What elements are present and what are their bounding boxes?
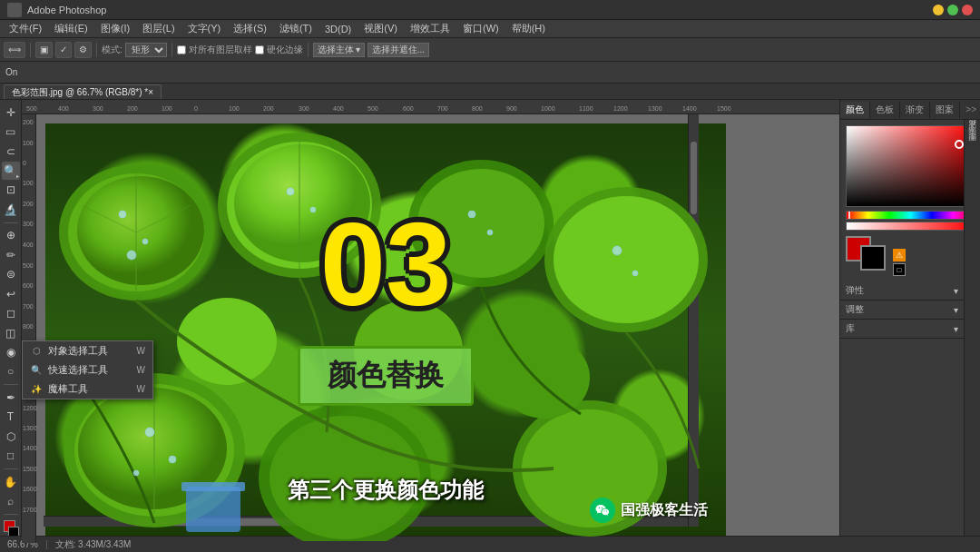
gamut-warning[interactable]: ⚠ xyxy=(893,249,906,261)
magic-wand-label: 魔棒工具 xyxy=(48,382,132,396)
quick-select-menu-item[interactable]: 🔍 快速选择工具 W xyxy=(23,360,152,380)
maximize-button[interactable] xyxy=(947,5,958,15)
sample-all-layers-checkbox[interactable] xyxy=(177,45,186,54)
ruler-vmark: 1400 xyxy=(23,445,37,451)
harden-edge-checkbox[interactable] xyxy=(255,45,264,54)
panel-tabs: 颜色 色板 渐变 图案 >> xyxy=(840,100,980,120)
shape-tool-btn[interactable]: □ xyxy=(2,447,20,464)
svg-point-31 xyxy=(169,456,176,463)
hand-tool-btn[interactable]: ✋ xyxy=(2,473,20,490)
menu-item-s[interactable]: 选择(S) xyxy=(228,21,272,36)
title-bar-controls[interactable] xyxy=(933,5,973,15)
zoom-tool-btn[interactable]: ⌕ xyxy=(2,492,20,509)
svg-point-34 xyxy=(487,230,493,235)
menu-item-y[interactable]: 文字(Y) xyxy=(182,21,227,36)
web-safe-warning[interactable]: □ xyxy=(893,263,906,276)
ruler-mark: 1500 xyxy=(717,105,731,112)
toolbar-sep4 xyxy=(308,43,309,57)
mode-select[interactable]: 矩形 xyxy=(125,43,167,57)
minimize-button[interactable] xyxy=(933,5,944,15)
crop-tool-btn[interactable]: ⊡ xyxy=(2,182,20,199)
ruler-vmark: 1500 xyxy=(23,466,37,472)
healing-tool-btn[interactable]: ⊕ xyxy=(2,227,20,244)
menu-item-[interactable]: 增效工具 xyxy=(405,21,456,36)
toolbar-arrange-btn[interactable]: ▣ xyxy=(35,42,53,58)
ruler-vmark: 800 xyxy=(23,323,34,330)
dodge-tool-btn[interactable]: ○ xyxy=(2,363,20,380)
gradients-tab[interactable]: 渐变 xyxy=(900,102,930,118)
quick-select-label: 快速选择工具 xyxy=(48,363,132,377)
marquee-tool-btn[interactable]: ▭ xyxy=(2,123,20,140)
menu-item-e[interactable]: 编辑(E) xyxy=(49,21,93,36)
hue-slider[interactable] xyxy=(846,211,964,220)
swatches-tab[interactable]: 色板 xyxy=(870,102,900,118)
elasticity-section-title[interactable]: 弹性 ▾ xyxy=(846,284,958,297)
clone-tool-btn[interactable]: ⊜ xyxy=(2,265,20,282)
object-select-key: W xyxy=(137,346,145,356)
color-tab[interactable]: 颜色 xyxy=(840,102,870,118)
ruler-mark: 100 xyxy=(162,105,172,112)
gradients-icon[interactable]: 渐变 xyxy=(965,138,980,142)
patterns-tab[interactable]: 图案 xyxy=(930,102,960,118)
sample-all-layers-label: 对所有图层取样 xyxy=(189,44,252,56)
eyedropper-tool-btn[interactable]: 🔬 xyxy=(2,201,20,218)
magic-wand-menu-item[interactable]: ✨ 魔棒工具 W xyxy=(23,380,152,399)
left-toolbox: ✛ ▭ ⊂ 🔍 ▸ ⊡ 🔬 ⊕ ✏ ⊜ ↩ ◻ ◫ ◉ ○ ✒ T ⬡ □ ✋ … xyxy=(0,100,22,543)
harden-edge-label: 硬化边缘 xyxy=(267,44,303,56)
app-icon xyxy=(7,3,22,17)
main-tab[interactable]: 色彩范围.jpg @ 66.7% (RGB/8*) * × xyxy=(4,84,162,99)
blur-tool-btn[interactable]: ◉ xyxy=(2,343,20,360)
library-section-title[interactable]: 库 ▾ xyxy=(846,322,958,335)
eraser-tool-btn[interactable]: ◻ xyxy=(2,304,20,321)
toolbar-sep2 xyxy=(96,43,97,57)
text-tool-btn[interactable]: T xyxy=(2,409,20,426)
history-brush-btn[interactable]: ↩ xyxy=(2,285,20,302)
select-subject-button[interactable]: 选择主体 ▾ xyxy=(313,43,365,57)
adjustments-section-title[interactable]: 调整 ▾ xyxy=(846,303,958,316)
svg-point-35 xyxy=(612,246,622,255)
toolbar-settings-btn[interactable]: ⚙ xyxy=(74,42,92,58)
right-icon-strip: 颜色 色板 渐变 图案 xyxy=(964,120,980,543)
patterns-icon[interactable]: 图案 xyxy=(965,145,980,149)
svg-rect-37 xyxy=(186,487,240,532)
select-and-mask-button[interactable]: 选择并遮住... xyxy=(368,43,429,57)
menu-item-v[interactable]: 视图(V) xyxy=(358,21,403,36)
canvas-area[interactable]: 500 400 300 200 100 0 100 200 300 400 50… xyxy=(22,100,839,543)
pen-tool-btn[interactable]: ✒ xyxy=(2,389,20,406)
menu-item-t[interactable]: 滤镜(T) xyxy=(274,21,318,36)
on-label: On xyxy=(5,67,17,77)
object-select-menu-item[interactable]: ⬡ 对象选择工具 W xyxy=(23,341,152,360)
menu-item-l[interactable]: 图层(L) xyxy=(137,21,180,36)
menu-item-i[interactable]: 图像(I) xyxy=(95,21,135,36)
menu-item-h[interactable]: 帮助(H) xyxy=(506,21,551,36)
ruler-mark: 300 xyxy=(93,105,103,112)
path-select-btn[interactable]: ⬡ xyxy=(2,428,20,445)
background-swatch[interactable] xyxy=(860,245,886,271)
color-icon[interactable]: 颜色 xyxy=(965,123,980,127)
gradient-tool-btn[interactable]: ◫ xyxy=(2,324,20,341)
ruler-mark: 1100 xyxy=(579,105,593,112)
quick-select-tool-btn[interactable]: 🔍 ▸ xyxy=(2,162,20,179)
menu-item-w[interactable]: 窗口(W) xyxy=(457,21,505,36)
brush-tool-btn[interactable]: ✏ xyxy=(2,246,20,263)
swatches-icon[interactable]: 色板 xyxy=(965,131,980,134)
svg-point-32 xyxy=(133,470,139,476)
toolbar-align-btn[interactable]: ⟺ xyxy=(4,42,25,58)
ruler-vmark: 0 xyxy=(23,160,26,166)
elasticity-chevron: ▾ xyxy=(954,286,958,296)
context-menu: ⬡ 对象选择工具 W 🔍 快速选择工具 W ✨ 魔棒工具 W xyxy=(22,340,153,399)
panel-menu-arrow[interactable]: >> xyxy=(962,104,980,114)
toolbar-check-btn[interactable]: ✓ xyxy=(55,42,72,58)
menu-item-dd[interactable]: 3D(D) xyxy=(319,23,357,35)
move-tool-btn[interactable]: ✛ xyxy=(2,104,20,121)
lasso-tool-btn[interactable]: ⊂ xyxy=(2,143,20,160)
menu-item-f[interactable]: 文件(F) xyxy=(4,21,47,36)
saturation-slider[interactable] xyxy=(846,222,964,231)
toolbar-sep3 xyxy=(172,43,172,57)
toolbar-sep xyxy=(30,43,31,57)
title-bar-left: Adobe Photoshop xyxy=(7,3,106,17)
svg-point-19 xyxy=(177,298,277,385)
close-button[interactable] xyxy=(962,5,973,15)
color-gradient-field[interactable] xyxy=(846,125,964,207)
color-picker-cursor xyxy=(955,140,964,149)
